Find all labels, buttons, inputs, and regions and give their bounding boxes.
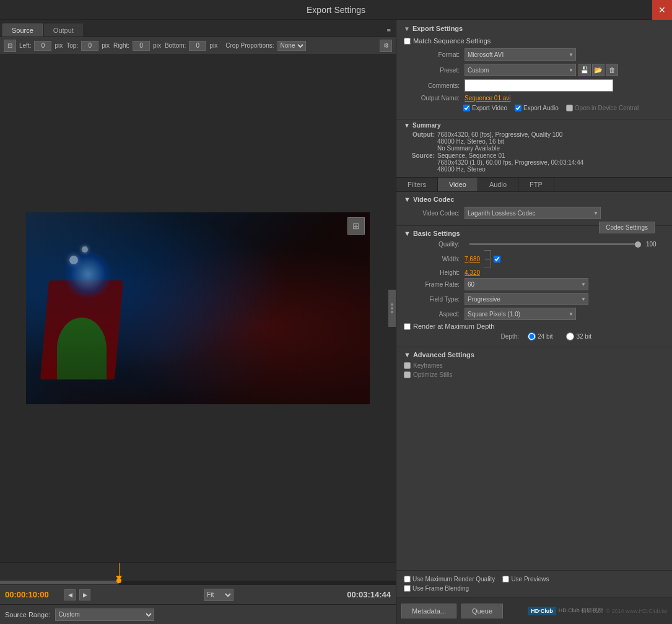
link-bracket (484, 250, 491, 267)
width-value[interactable]: 7,680 (465, 256, 480, 262)
comments-row: Comments: (404, 79, 665, 92)
right-input[interactable] (133, 41, 150, 51)
prev-frame-btn[interactable]: ◀ (64, 589, 76, 600)
total-time: 00:03:14:44 (347, 590, 391, 599)
preset-select[interactable]: Custom (465, 64, 576, 76)
timeline-track[interactable] (0, 563, 396, 584)
depth-24-label: 24 bit (528, 332, 552, 340)
preset-row: Preset: Custom ▼ 💾 📂 🗑 (404, 64, 665, 76)
tab-output[interactable]: Output (44, 24, 83, 37)
depth-label: Depth: (463, 333, 519, 340)
use-previews-checkbox[interactable] (502, 576, 509, 583)
resize-handle[interactable] (388, 290, 396, 327)
quality-row: Quality: 100 (404, 241, 665, 248)
codec-select-wrapper: Lagarith Lossless Codec ▼ (465, 207, 601, 219)
advanced-settings-header: ▼ Advanced Settings (404, 351, 665, 358)
render-max-depth-checkbox[interactable] (404, 323, 411, 330)
metadata-button[interactable]: Metadata... (401, 604, 456, 618)
close-button[interactable]: ✕ (652, 0, 672, 20)
use-frame-blending-checkbox[interactable] (404, 585, 411, 592)
next-frame-btn[interactable]: ▶ (79, 589, 90, 600)
keyframes-checkbox (404, 362, 411, 369)
advanced-settings-arrow[interactable]: ▼ (404, 351, 411, 358)
video-codec-section: ▼ Video Codec Video Codec: Lagarith Loss… (396, 192, 672, 226)
export-settings-label: Export Settings (412, 25, 463, 32)
queue-button[interactable]: Queue (461, 604, 503, 618)
save-preset-btn[interactable]: 💾 (578, 64, 591, 76)
fit-select[interactable]: Fit 25% 50% 100% (204, 589, 233, 601)
quality-slider[interactable] (469, 243, 641, 245)
preview-area: ⊞ (0, 54, 396, 562)
open-device-central-checkbox (566, 105, 573, 111)
video-codec-header: ▼ Video Codec (404, 196, 665, 203)
aspect-lock-checkbox[interactable] (494, 256, 500, 262)
quality-value: 100 (646, 241, 665, 248)
export-audio-checkbox[interactable] (515, 105, 521, 111)
optimize-stills-label: Optimize Stills (413, 371, 452, 378)
preview-image: ⊞ (26, 212, 370, 404)
export-video-label: Export Video (463, 105, 507, 111)
copyright-text: © 2014 www.HD.Club.tw (606, 608, 667, 614)
render-max-depth-label: Render at Maximum Depth (413, 323, 494, 330)
summary-output-val: 7680x4320, 60 [fps], Progressive, Qualit… (437, 131, 562, 152)
left-input[interactable] (34, 41, 51, 51)
aspect-select-wrapper: Square Pixels (1.0) ▼ (465, 308, 576, 320)
match-sequence-checkbox[interactable] (404, 38, 411, 45)
output-name-row: Output Name: Sequence 01.avi (404, 95, 665, 102)
export-video-checkbox[interactable] (463, 105, 470, 111)
left-label: Left: (19, 42, 31, 49)
crop-proportions-select[interactable]: None (277, 41, 306, 51)
depth-32-radio[interactable] (566, 332, 574, 340)
top-input[interactable] (81, 41, 98, 51)
tab-ftp[interactable]: FTP (518, 178, 554, 191)
right-scroll-content[interactable]: ▼ Video Codec Video Codec: Lagarith Loss… (396, 192, 672, 570)
tab-bar: Source Output ≡ (0, 20, 396, 37)
source-range-select[interactable]: Custom Entire Sequence Work Area (55, 609, 154, 621)
bottom-label: Bottom: (165, 42, 186, 49)
bottom-logo: HD·Club HD.Club 精研视所 © 2014 www.HD.Club.… (528, 607, 667, 615)
right-panel: ▼ Export Settings Match Sequence Setting… (396, 20, 672, 624)
depth-24-radio[interactable] (528, 332, 536, 340)
frame-rate-select[interactable]: 60 30 24 25 (465, 278, 588, 290)
import-preset-btn[interactable]: 📂 (592, 64, 604, 76)
tab-audio[interactable]: Audio (478, 178, 518, 191)
field-type-select-wrapper: Progressive Upper Field First Lower Fiel… (465, 293, 588, 305)
use-previews-label: Use Previews (502, 576, 549, 583)
frame-blending-row: Use Frame Blending (404, 585, 665, 592)
settings-icon[interactable]: ⚙ (380, 40, 392, 52)
delete-preset-btn[interactable]: 🗑 (606, 64, 618, 76)
right-tabs: Filters Video Audio FTP (396, 177, 672, 192)
codec-settings-button[interactable]: Codec Settings (599, 222, 655, 233)
summary-header: ▼ Summary (404, 122, 665, 129)
format-select[interactable]: Microsoft AVI (465, 48, 576, 61)
field-type-select[interactable]: Progressive Upper Field First Lower Fiel… (465, 293, 588, 305)
bottom-input[interactable] (189, 41, 206, 51)
window-title: Export Settings (307, 5, 365, 15)
export-options-row: Export Video Export Audio Open in Device… (463, 105, 665, 111)
comments-input[interactable] (465, 79, 613, 92)
basic-settings-arrow[interactable]: ▼ (404, 230, 411, 237)
use-max-render-quality-checkbox[interactable] (404, 576, 411, 583)
summary-source-key: Source: (404, 152, 435, 173)
crop-icon[interactable]: ⊡ (4, 40, 16, 52)
height-value[interactable]: 4,320 (465, 269, 480, 276)
hd-club-badge: HD·Club (528, 607, 556, 615)
pix-label-1: pix (55, 42, 63, 49)
match-sequence-label: Match Sequence Settings (413, 37, 491, 45)
aspect-select[interactable]: Square Pixels (1.0) (465, 308, 576, 320)
codec-select[interactable]: Lagarith Lossless Codec (465, 207, 601, 219)
summary-collapse-arrow[interactable]: ▼ (404, 122, 410, 129)
tab-source[interactable]: Source (2, 24, 43, 37)
video-codec-arrow[interactable]: ▼ (404, 196, 411, 203)
collapse-arrow[interactable]: ▼ (404, 25, 410, 32)
tab-menu-icon[interactable]: ≡ (385, 24, 393, 37)
crop-proportions-label: Crop Proportions: (225, 42, 274, 49)
tab-filters[interactable]: Filters (396, 178, 438, 191)
source-range-label: Source Range: (5, 611, 50, 618)
width-row: Width: 7,680 (404, 250, 665, 267)
depth-32-label: 32 bit (566, 332, 591, 340)
timeline-bar (0, 581, 396, 584)
tab-video[interactable]: Video (438, 178, 478, 191)
output-name-link[interactable]: Sequence 01.avi (465, 95, 511, 102)
frame-rate-select-wrapper: 60 30 24 25 ▼ (465, 278, 588, 290)
